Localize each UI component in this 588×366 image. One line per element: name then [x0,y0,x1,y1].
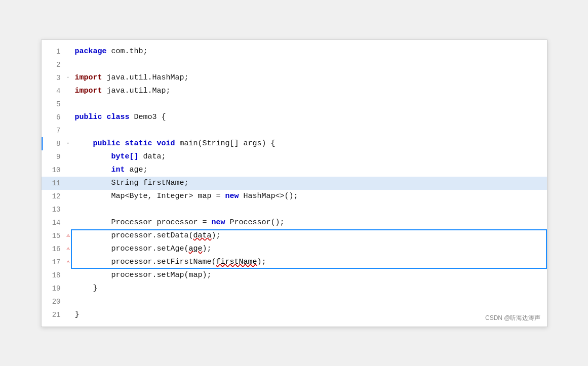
selection-wrapper: 15⚠ processor.setData(data);16⚠ processo… [42,229,547,269]
code-line-12: 12 Map<Byte, Integer> map = new HashMap<… [42,190,547,203]
line-content-7 [71,124,547,137]
error-icon: ⚠ [66,231,70,240]
line-indicator-6 [66,111,71,124]
code-line-7: 7 [42,124,547,137]
line-number-15: 15 [43,229,66,242]
line-number-14: 14 [43,216,66,229]
line-indicator-18 [66,269,71,282]
line-content-12: Map<Byte, Integer> map = new HashMap<>()… [71,190,547,203]
code-line-3: 3◦import java.util.HashMap; [42,71,547,85]
line-content-18: processor.setMap(map); [71,269,547,282]
line-number-12: 12 [43,190,66,203]
line-indicator-2 [66,58,71,71]
line-content-11: String firstName; [71,177,547,190]
line-indicator-12 [66,190,71,203]
fold-icon: ◦ [66,140,69,148]
line-indicator-4 [66,85,71,98]
line-content-13 [71,203,547,216]
code-area: 1package com.thb;2 3◦import java.util.Ha… [42,45,547,321]
line-content-14: Processor processor = new Processor(); [71,216,547,229]
code-line-2: 2 [42,58,547,71]
line-number-4: 4 [43,85,66,98]
code-line-16: 16⚠ processor.setAge(age); [42,242,547,256]
line-content-3: import java.util.HashMap; [71,71,547,85]
line-content-4: import java.util.Map; [71,85,547,98]
error-icon: ⚠ [66,245,70,254]
line-indicator-13 [66,203,71,216]
line-number-1: 1 [43,45,66,58]
line-number-3: 3 [43,71,66,85]
code-line-13: 13 [42,203,547,216]
line-content-5 [71,98,547,111]
line-number-17: 17 [43,256,66,269]
line-content-16: processor.setAge(age); [71,242,547,256]
line-indicator-19 [66,282,71,295]
line-number-7: 7 [43,124,66,137]
line-indicator-11 [66,177,71,190]
line-number-9: 9 [43,150,66,164]
line-number-13: 13 [43,203,66,216]
line-number-6: 6 [43,111,66,124]
code-line-11: 11 String firstName; [42,177,547,190]
line-indicator-3: ◦ [66,71,71,85]
code-line-6: 6public class Demo3 { [42,111,547,124]
code-line-14: 14 Processor processor = new Processor()… [42,216,547,229]
code-line-1: 1package com.thb; [42,45,547,58]
code-line-5: 5 [42,98,547,111]
line-indicator-8: ◦ [66,137,71,150]
error-icon: ⚠ [66,258,70,267]
line-content-8: public static void main(String[] args) { [71,137,547,150]
line-indicator-9 [66,150,71,164]
line-indicator-21 [66,308,71,321]
line-number-8: 8 [43,137,66,150]
code-line-9: 9 byte[] data; [42,150,547,164]
line-indicator-14 [66,216,71,229]
line-number-5: 5 [43,98,66,111]
line-content-15: processor.setData(data); [71,229,547,242]
line-indicator-15: ⚠ [66,229,71,242]
line-content-1: package com.thb; [71,45,547,58]
code-line-20: 20 [42,295,547,308]
line-number-16: 16 [43,242,66,256]
editor-container: 1package com.thb;2 3◦import java.util.Ha… [41,39,547,327]
line-number-19: 19 [43,282,66,295]
line-indicator-16: ⚠ [66,242,71,256]
code-line-8: 8◦ public static void main(String[] args… [42,137,547,150]
line-indicator-5 [66,98,71,111]
line-content-6: public class Demo3 { [71,111,547,124]
line-number-18: 18 [43,269,66,282]
line-indicator-10 [66,164,71,177]
fold-icon: ◦ [66,74,69,82]
code-line-4: 4import java.util.Map; [42,85,547,98]
line-content-9: byte[] data; [71,150,547,164]
line-content-20 [71,295,547,308]
code-line-21: 21} [42,308,547,321]
line-indicator-1 [66,45,71,58]
line-number-10: 10 [43,164,66,177]
line-content-17: processor.setFirstName(firstName); [71,256,547,269]
line-indicator-20 [66,295,71,308]
line-indicator-17: ⚠ [66,256,71,269]
code-line-17: 17⚠ processor.setFirstName(firstName); [42,256,547,269]
line-number-2: 2 [43,58,66,71]
line-indicator-7 [66,124,71,137]
code-line-15: 15⚠ processor.setData(data); [42,229,547,242]
line-number-21: 21 [43,308,66,321]
line-content-10: int age; [71,164,547,177]
code-line-19: 19 } [42,282,547,295]
code-line-18: 18 processor.setMap(map); [42,269,547,282]
watermark: CSDN @听海边涛声 [485,314,541,322]
code-line-10: 10 int age; [42,164,547,177]
line-number-11: 11 [43,177,66,190]
line-content-21: } [71,308,547,321]
line-number-20: 20 [43,295,66,308]
line-content-2 [71,58,547,71]
line-content-19: } [71,282,547,295]
